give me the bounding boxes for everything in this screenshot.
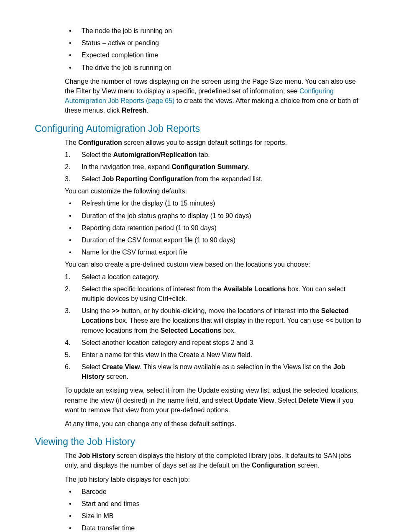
step-number: 1. <box>65 150 77 159</box>
list-item: Start and end times <box>65 499 364 509</box>
text: screen. <box>296 462 320 469</box>
heading-viewing-job-history: Viewing the Job History <box>35 436 364 447</box>
list-item: The node the job is running on <box>65 26 364 36</box>
bold-config-summary: Configuration Summary <box>171 163 248 170</box>
bold-update-view: Update View <box>235 397 274 404</box>
section-body-2: The Job History screen displays the hist… <box>65 451 364 532</box>
text: Select the <box>82 151 113 158</box>
bold-configuration: Configuration <box>78 139 122 146</box>
list-item: 1. Select the Automigration/Replication … <box>65 150 364 159</box>
list-item: Expected completion time <box>65 50 364 60</box>
list-item: 1. Select a location category. <box>65 272 364 282</box>
list-item: Duration of the CSV format export file (… <box>65 235 364 245</box>
customize-intro: You can customize the following defaults… <box>65 186 364 196</box>
text: Select the specific locations of interes… <box>82 285 223 293</box>
heading-configuring-automigration: Configuring Automigration Job Reports <box>35 123 364 134</box>
list-item: 2. In the navigation tree, expand Config… <box>65 162 364 172</box>
list-item: Refresh time for the display (1 to 15 mi… <box>65 198 364 208</box>
text: The <box>65 139 78 146</box>
list-item: Name for the CSV format export file <box>65 247 364 257</box>
job-history-bullets: Barcode Start and end times Size in MB D… <box>65 487 364 532</box>
customize-bullets: Refresh time for the display (1 to 15 mi… <box>65 198 364 257</box>
text: button, or by double-clicking, move the … <box>120 307 321 314</box>
text: Enter a name for this view in the Create… <box>82 351 252 358</box>
section-body: The Configuration screen allows you to a… <box>65 138 364 429</box>
bold-create-view: Create View <box>102 363 140 370</box>
top-paragraph: Change the number of rows displaying on … <box>65 77 364 116</box>
text: Using the <box>82 307 112 314</box>
bold-configuration-2: Configuration <box>252 462 296 469</box>
job-history-intro: The Job History screen displays the hist… <box>65 451 364 470</box>
list-item: Data transfer time <box>65 523 364 532</box>
bold-tab: Automigration/Replication <box>113 151 197 158</box>
list-item: 3. Using the >> button, or by double-cli… <box>65 306 364 335</box>
step-number: 5. <box>65 350 77 360</box>
step-number: 6. <box>65 362 77 372</box>
step-number: 1. <box>65 272 77 282</box>
list-item: Status – active or pending <box>65 38 364 48</box>
predefined-intro: You can also create a pre-defined custom… <box>65 260 364 269</box>
bold-refresh: Refresh <box>122 107 147 114</box>
text: In the navigation tree, expand <box>82 163 171 170</box>
intro-paragraph: The Configuration screen allows you to a… <box>65 138 364 147</box>
text: Select another location category and rep… <box>82 339 255 346</box>
list-item: 3. Select Job Reporting Configuration fr… <box>65 174 364 184</box>
bold-job-history-2: Job History <box>78 452 115 459</box>
update-paragraph: To update an existing view, select it fr… <box>65 386 364 415</box>
text: The <box>65 452 78 459</box>
list-item: 6. Select Create View. This view is now … <box>65 362 364 381</box>
step-number: 2. <box>65 162 77 172</box>
bold-move-left: << <box>325 317 333 324</box>
list-item: 4. Select another location category and … <box>65 338 364 347</box>
list-item: Size in MB <box>65 511 364 521</box>
list-item: 5. Enter a name for this view in the Cre… <box>65 350 364 360</box>
text: tab. <box>197 151 210 158</box>
text: screen allows you to assign default sett… <box>122 139 287 146</box>
text: . This view is now available as a select… <box>140 363 333 370</box>
table-intro: The job history table displays for each … <box>65 475 364 484</box>
page-container: The node the job is running on Status – … <box>0 0 399 532</box>
top-block: The node the job is running on Status – … <box>65 26 364 116</box>
list-item: Barcode <box>65 487 364 496</box>
list-item: Duration of the job status graphs to dis… <box>65 211 364 221</box>
top-bullet-list: The node the job is running on Status – … <box>65 26 364 72</box>
step-number: 3. <box>65 306 77 316</box>
bold-available-locations: Available Locations <box>223 285 286 293</box>
text: Select a location category. <box>82 273 159 280</box>
text: Select <box>82 363 102 370</box>
bold-selected-locations-2: Selected Locations <box>161 327 222 334</box>
text: Select <box>82 175 102 182</box>
anytime-paragraph: At any time, you can change any of these… <box>65 419 364 429</box>
bold-move-right: >> <box>112 307 120 314</box>
list-item: The drive the job is running on <box>65 63 364 72</box>
step-number: 3. <box>65 174 77 184</box>
bold-delete-view: Delete View <box>298 397 335 404</box>
steps-list-1: 1. Select the Automigration/Replication … <box>65 150 364 184</box>
text: box. <box>221 327 236 334</box>
text: screen. <box>105 373 128 380</box>
steps-list-2: 1. Select a location category. 2. Select… <box>65 272 364 382</box>
text: from the expanded list. <box>193 175 263 182</box>
list-item: Reporting data retention period (1 to 90… <box>65 223 364 233</box>
text: . <box>248 163 250 170</box>
text: . <box>147 107 148 114</box>
text: box. These are the locations that will d… <box>113 317 326 324</box>
step-number: 4. <box>65 338 77 347</box>
list-item: 2. Select the specific locations of inte… <box>65 284 364 303</box>
bold-job-reporting: Job Reporting Configuration <box>102 175 193 182</box>
text: . Select <box>274 397 298 404</box>
step-number: 2. <box>65 284 77 294</box>
